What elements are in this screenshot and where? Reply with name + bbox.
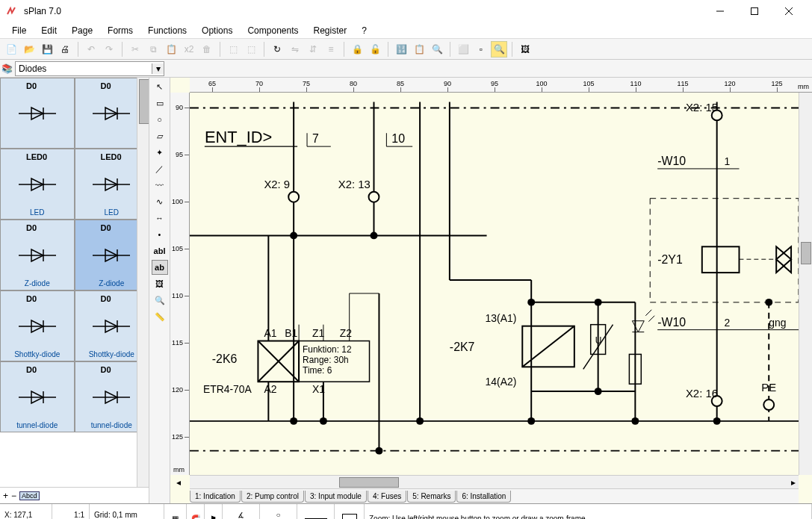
svg-text:Z2: Z2 bbox=[340, 327, 352, 339]
delete-button[interactable]: 🗑 bbox=[199, 41, 215, 58]
angle-display[interactable]: ∡ 45° bbox=[223, 504, 260, 519]
svg-point-54 bbox=[371, 231, 378, 239]
maximize-button[interactable] bbox=[737, 0, 772, 22]
renumber-button[interactable]: 🔢 bbox=[393, 41, 409, 58]
page-tabs: 1: Indication2: Pump control3: Input mod… bbox=[190, 488, 799, 503]
menu-components[interactable]: Components bbox=[241, 24, 304, 37]
duplicate-button[interactable]: x2 bbox=[181, 41, 197, 58]
rect-tool[interactable]: ▭ bbox=[152, 96, 168, 111]
cut-button[interactable]: ✂ bbox=[127, 41, 143, 58]
minimize-button[interactable] bbox=[703, 0, 737, 22]
component-2k7[interactable]: -2K7 13(A1) 14(A2) U bbox=[450, 280, 654, 425]
menu-edit[interactable]: Edit bbox=[35, 24, 63, 37]
zoom-page-button[interactable]: ⬜ bbox=[455, 41, 471, 58]
menu-file[interactable]: File bbox=[6, 24, 32, 37]
copy-button[interactable]: ⧉ bbox=[145, 41, 161, 58]
palette-item[interactable]: D0tunnel-diode bbox=[0, 361, 75, 432]
status-grid: Grid: 0,1 mmZoom: 4,02 bbox=[90, 504, 164, 519]
svg-point-111 bbox=[713, 417, 721, 425]
bezier-tool[interactable]: 〰 bbox=[152, 178, 168, 193]
page-tab[interactable]: 4: Fuses bbox=[368, 491, 406, 503]
group-button[interactable]: ⬚ bbox=[225, 41, 241, 58]
circle-tool[interactable]: ○ bbox=[152, 112, 168, 127]
canvas-scrollbar-v[interactable] bbox=[799, 93, 812, 475]
poly-tool[interactable]: ▱ bbox=[152, 128, 168, 143]
palette-item[interactable]: LED0LED bbox=[0, 149, 75, 220]
snap-off[interactable]: ○ Off bbox=[260, 504, 297, 519]
page-tab[interactable]: 2: Pump control bbox=[241, 491, 304, 503]
svg-point-126 bbox=[765, 299, 772, 306]
svg-text:X2: 15: X2: 15 bbox=[686, 102, 718, 114]
svg-point-81 bbox=[416, 417, 424, 425]
svg-point-49 bbox=[290, 231, 297, 239]
special-tool[interactable]: ✦ bbox=[152, 145, 168, 160]
ungroup-button[interactable]: ⬚ bbox=[243, 41, 259, 58]
rubber-toggle[interactable]: ⚑ bbox=[205, 504, 223, 519]
close-button[interactable] bbox=[772, 0, 806, 22]
freehand-tool[interactable]: ∿ bbox=[152, 194, 168, 209]
menu-register[interactable]: Register bbox=[308, 24, 353, 37]
undo-button[interactable]: ↶ bbox=[83, 41, 99, 58]
text-tool[interactable]: abI bbox=[152, 243, 168, 258]
print-button[interactable]: 🖨 bbox=[57, 41, 73, 58]
menu-forms[interactable]: Forms bbox=[102, 24, 139, 37]
redo-button[interactable]: ↷ bbox=[101, 41, 117, 58]
svg-text:A1: A1 bbox=[264, 327, 276, 339]
zoom-in-icon[interactable]: + bbox=[3, 491, 8, 501]
save-button[interactable]: 💾 bbox=[39, 41, 55, 58]
menu-options[interactable]: Options bbox=[196, 24, 238, 37]
unlock-button[interactable]: 🔓 bbox=[367, 41, 383, 58]
zoom-out-icon[interactable]: − bbox=[11, 491, 16, 501]
page-tab[interactable]: 3: Input module bbox=[305, 491, 367, 503]
canvas-scrollbar-h[interactable]: ▸ ◂ bbox=[190, 475, 799, 488]
svg-text:ENT_ID>: ENT_ID> bbox=[205, 128, 273, 146]
svg-text:B1: B1 bbox=[285, 327, 297, 339]
open-button[interactable]: 📂 bbox=[21, 41, 37, 58]
label-toggle[interactable]: Abcd bbox=[19, 491, 40, 500]
page-tab[interactable]: 5: Remarks bbox=[407, 491, 456, 503]
align-button[interactable]: ≡ bbox=[323, 41, 339, 58]
list-button[interactable]: 📋 bbox=[411, 41, 427, 58]
window-title: sPlan 7.0 bbox=[24, 6, 703, 16]
svg-line-107 bbox=[648, 316, 654, 322]
lock-button[interactable]: 🔒 bbox=[349, 41, 365, 58]
palette-scrollbar[interactable] bbox=[137, 78, 149, 487]
picture-button[interactable]: 🖼 bbox=[517, 41, 533, 58]
page-tab[interactable]: 1: Indication bbox=[190, 491, 241, 503]
measure-tool[interactable]: 📏 bbox=[152, 309, 168, 324]
zoom-tool[interactable]: 🔍 bbox=[152, 293, 168, 308]
select-tool[interactable]: ↖ bbox=[152, 79, 168, 94]
textblock-tool[interactable]: ab bbox=[152, 260, 168, 275]
page-tab[interactable]: 6: Installation bbox=[456, 491, 511, 503]
svg-point-50 bbox=[290, 417, 297, 425]
node-tool[interactable]: • bbox=[152, 227, 168, 242]
search-button[interactable]: 🔍 bbox=[429, 41, 445, 58]
svg-text:10: 10 bbox=[391, 132, 405, 145]
mirror-v-button[interactable]: ⇵ bbox=[305, 41, 321, 58]
library-dropdown-value[interactable] bbox=[16, 63, 152, 74]
zoom-selected-button[interactable]: 🔍 bbox=[491, 41, 507, 58]
menu-page[interactable]: Page bbox=[66, 24, 99, 37]
new-button[interactable]: 📄 bbox=[3, 41, 19, 58]
zoom-elements-button[interactable]: ▫ bbox=[473, 41, 489, 58]
fill-style[interactable] bbox=[335, 504, 365, 519]
library-dropdown[interactable]: ▾ bbox=[15, 61, 164, 76]
palette-item[interactable]: D0 bbox=[0, 78, 75, 149]
snap-toggle[interactable]: 🧲 bbox=[187, 504, 205, 519]
dropdown-icon[interactable]: ▾ bbox=[152, 63, 164, 74]
menu-functions[interactable]: Functions bbox=[142, 24, 193, 37]
drawing-canvas[interactable]: ENT_ID> 7 10 X2: 9 X2: 13 bbox=[190, 93, 799, 475]
dimension-tool[interactable]: ↔ bbox=[152, 211, 168, 226]
mirror-h-button[interactable]: ⇋ bbox=[287, 41, 303, 58]
app-icon bbox=[6, 5, 18, 17]
paste-button[interactable]: 📋 bbox=[163, 41, 179, 58]
rotate-button[interactable]: ↻ bbox=[269, 41, 285, 58]
image-tool[interactable]: 🖼 bbox=[152, 276, 168, 291]
svg-text:1: 1 bbox=[725, 155, 731, 167]
menu-help[interactable]: ? bbox=[356, 24, 373, 37]
line-style[interactable] bbox=[297, 504, 335, 519]
grid-toggle[interactable]: ▦ bbox=[164, 504, 187, 519]
palette-item[interactable]: D0Z-diode bbox=[0, 220, 75, 290]
palette-item[interactable]: D0Shottky-diode bbox=[0, 290, 75, 361]
line-tool[interactable]: ／ bbox=[152, 161, 168, 176]
